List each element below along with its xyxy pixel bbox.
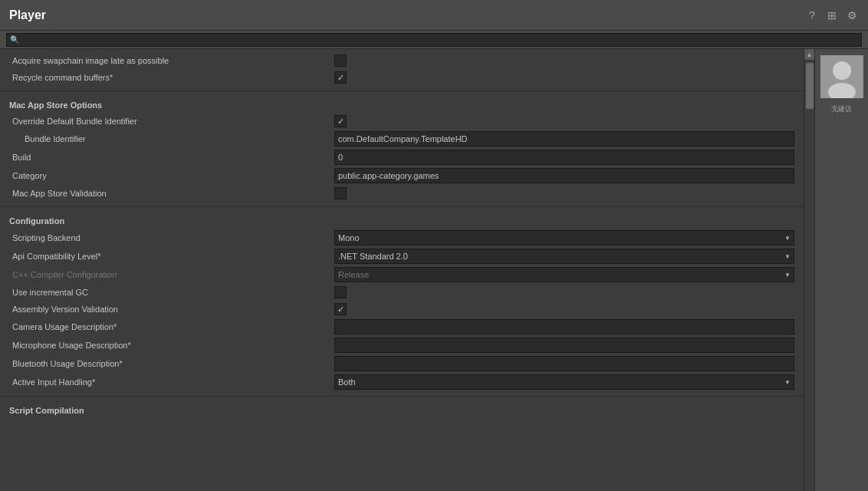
window-title: Player bbox=[9, 8, 46, 22]
value-assembly-version-validation bbox=[334, 303, 794, 315]
help-icon[interactable]: ? bbox=[805, 8, 819, 22]
label-camera-usage-description: Camera Usage Description* bbox=[12, 322, 334, 331]
row-bundle-identifier: Bundle Identifier bbox=[0, 130, 804, 148]
main-area: Acquire swapchain image late as possible… bbox=[0, 49, 868, 491]
value-microphone-usage-description bbox=[334, 338, 794, 353]
dropdown-scripting-backend-value: Mono bbox=[338, 233, 360, 242]
checkbox-wrapper-mac-validation bbox=[334, 187, 794, 199]
svg-point-1 bbox=[833, 61, 851, 80]
label-override-bundle: Override Default Bundle Identifier bbox=[12, 117, 334, 126]
search-bar: 🔍 bbox=[0, 31, 868, 49]
label-recycle-command-buffers: Recycle command buffers* bbox=[12, 73, 334, 82]
label-build: Build bbox=[12, 153, 334, 162]
label-cpp-compiler-configuration: C++ Compiler Configuration bbox=[12, 270, 334, 279]
row-category: Category bbox=[0, 166, 804, 185]
value-recycle-command-buffers bbox=[334, 71, 794, 84]
content-scroll[interactable]: Acquire swapchain image late as possible… bbox=[0, 49, 804, 491]
scrollbar-track: ▲ bbox=[804, 49, 814, 491]
row-assembly-version-validation: Assembly Version Validation bbox=[0, 301, 804, 318]
value-override-bundle bbox=[334, 115, 794, 127]
checkbox-assembly-version-validation[interactable] bbox=[334, 303, 347, 315]
checkbox-wrapper-assembly-version bbox=[334, 303, 794, 315]
value-acquire-swapchain bbox=[334, 54, 794, 67]
value-cpp-compiler-configuration: Release ▼ bbox=[334, 267, 794, 282]
input-bundle-identifier[interactable] bbox=[334, 131, 794, 147]
checkbox-use-incremental-gc[interactable] bbox=[334, 286, 347, 298]
value-use-incremental-gc bbox=[334, 286, 794, 298]
checkbox-recycle-command-buffers[interactable] bbox=[334, 71, 347, 84]
value-scripting-backend: Mono ▼ bbox=[334, 230, 794, 246]
right-panel: 无建议 bbox=[814, 49, 868, 491]
label-microphone-usage-description: Microphone Usage Description* bbox=[12, 341, 334, 350]
checkbox-wrapper-override bbox=[334, 115, 794, 127]
divider-3 bbox=[0, 396, 804, 397]
row-scripting-backend: Scripting Backend Mono ▼ bbox=[0, 229, 804, 247]
value-camera-usage-description bbox=[334, 319, 794, 334]
input-bluetooth-usage-description[interactable] bbox=[334, 356, 794, 371]
configuration-section: Configuration Scripting Backend Mono ▼ bbox=[0, 209, 804, 394]
scrollbar-thumb[interactable] bbox=[806, 63, 814, 109]
row-active-input-handling: Active Input Handling* Both ▼ bbox=[0, 373, 804, 391]
value-bundle-identifier bbox=[334, 131, 794, 147]
avatar bbox=[820, 55, 863, 98]
checkbox-wrapper-incremental-gc bbox=[334, 286, 794, 298]
value-category bbox=[334, 168, 794, 183]
row-override-bundle: Override Default Bundle Identifier bbox=[0, 113, 804, 130]
checkbox-acquire-swapchain[interactable] bbox=[334, 54, 347, 67]
dropdown-cpp-compiler-configuration-arrow: ▼ bbox=[784, 272, 791, 278]
search-wrapper: 🔍 bbox=[6, 33, 862, 47]
dropdown-scripting-backend[interactable]: Mono ▼ bbox=[334, 230, 794, 246]
dropdown-active-input-handling[interactable]: Both ▼ bbox=[334, 374, 794, 390]
input-camera-usage-description[interactable] bbox=[334, 319, 794, 334]
value-bluetooth-usage-description bbox=[334, 356, 794, 371]
input-build[interactable] bbox=[334, 150, 794, 165]
layout-icon[interactable]: ⊞ bbox=[825, 8, 839, 22]
mac-app-store-options-header: Mac App Store Options bbox=[0, 96, 804, 113]
checkbox-wrapper-acquire bbox=[334, 54, 794, 67]
label-bluetooth-usage-description: Bluetooth Usage Description* bbox=[12, 359, 334, 368]
dropdown-active-input-handling-arrow: ▼ bbox=[784, 379, 791, 386]
configuration-header: Configuration bbox=[0, 212, 804, 229]
label-active-input-handling: Active Input Handling* bbox=[12, 377, 334, 387]
value-active-input-handling: Both ▼ bbox=[334, 374, 794, 390]
label-acquire-swapchain: Acquire swapchain image late as possible bbox=[12, 56, 334, 65]
row-recycle-command-buffers: Recycle command buffers* bbox=[0, 69, 804, 86]
row-camera-usage-description: Camera Usage Description* bbox=[0, 318, 804, 336]
row-bluetooth-usage-description: Bluetooth Usage Description* bbox=[0, 354, 804, 373]
settings-icon[interactable]: ⚙ bbox=[845, 8, 859, 22]
dropdown-cpp-compiler-configuration-value: Release bbox=[338, 270, 369, 279]
label-assembly-version-validation: Assembly Version Validation bbox=[12, 305, 334, 314]
dropdown-scripting-backend-arrow: ▼ bbox=[784, 235, 791, 242]
row-acquire-swapchain: Acquire swapchain image late as possible bbox=[0, 52, 804, 69]
row-use-incremental-gc: Use incremental GC bbox=[0, 284, 804, 301]
content-area: Acquire swapchain image late as possible… bbox=[0, 49, 804, 491]
divider-1 bbox=[0, 91, 804, 91]
player-window: Player ? ⊞ ⚙ 🔍 Acquire swapchain image l… bbox=[0, 0, 868, 491]
label-api-compatibility-level: Api Compatibility Level* bbox=[12, 252, 334, 261]
search-input[interactable] bbox=[22, 35, 858, 44]
input-microphone-usage-description[interactable] bbox=[334, 338, 794, 353]
script-compilation-header: Script Compilation bbox=[0, 401, 804, 418]
no-hint-label: 无建议 bbox=[831, 104, 852, 114]
checkbox-override-bundle[interactable] bbox=[334, 115, 347, 127]
label-category: Category bbox=[12, 171, 334, 180]
dropdown-cpp-compiler-configuration[interactable]: Release ▼ bbox=[334, 267, 794, 282]
script-compilation-section: Script Compilation bbox=[0, 398, 804, 421]
mac-app-store-options-section: Mac App Store Options Override Default B… bbox=[0, 93, 804, 205]
dropdown-api-compatibility-level[interactable]: .NET Standard 2.0 ▼ bbox=[334, 249, 794, 264]
row-build: Build bbox=[0, 148, 804, 166]
row-cpp-compiler-configuration: C++ Compiler Configuration Release ▼ bbox=[0, 265, 804, 284]
divider-2 bbox=[0, 206, 804, 207]
title-bar: Player ? ⊞ ⚙ bbox=[0, 0, 868, 31]
label-bundle-identifier: Bundle Identifier bbox=[12, 134, 334, 143]
title-bar-icons: ? ⊞ ⚙ bbox=[805, 8, 859, 22]
dropdown-active-input-handling-value: Both bbox=[338, 377, 356, 387]
checkbox-mac-app-store-validation[interactable] bbox=[334, 187, 347, 199]
input-category[interactable] bbox=[334, 168, 794, 183]
search-icon: 🔍 bbox=[10, 35, 19, 44]
dropdown-api-compatibility-level-value: .NET Standard 2.0 bbox=[338, 252, 408, 261]
row-mac-app-store-validation: Mac App Store Validation bbox=[0, 185, 804, 202]
checkbox-wrapper-recycle bbox=[334, 71, 794, 84]
top-rows-section: Acquire swapchain image late as possible… bbox=[0, 49, 804, 89]
scrollbar-up-arrow[interactable]: ▲ bbox=[804, 49, 815, 60]
